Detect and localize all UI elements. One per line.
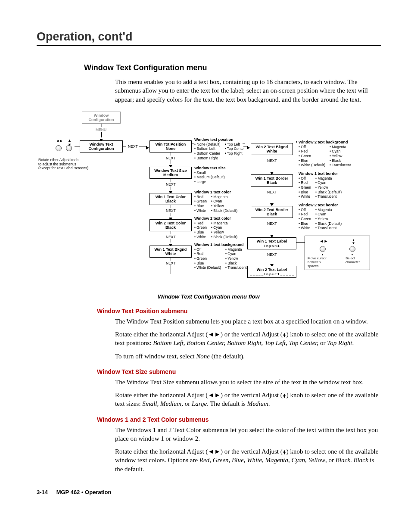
- box-win2-text-bkgnd: Win 2 Text BkgndWhite: [251, 143, 293, 156]
- horiz-arrow-icon: ◄►: [208, 392, 221, 398]
- box-win2-text-label: Win 2 Text Label_ _ _ _ _ I n p u t 1 _ …: [247, 266, 296, 278]
- body-text: The Window Text Size submenu allows you …: [115, 378, 381, 386]
- horiz-arrow-icon: ◄►: [320, 239, 328, 245]
- adjust-knob-icon: [56, 145, 62, 151]
- body-text: To turn off window text, select None (th…: [115, 352, 381, 361]
- menu-flow-diagram: Window Configuration MENU ◄► ▲▼ Rotate e…: [37, 112, 381, 284]
- adjust-knob-icon: [320, 246, 326, 252]
- box-win1-text-color: Win 1 Text ColorBlack: [149, 193, 192, 205]
- box-win1-text-border: Win 1 Text BorderBlack: [251, 174, 293, 187]
- opt-head-position: Window text position: [194, 137, 233, 142]
- box-win2-text-border: Win 2 Text BorderBlack: [251, 206, 293, 218]
- footer-title: MGP 462 • Operation: [56, 489, 112, 495]
- opt-head-bd1: Window 1 text border: [299, 171, 338, 176]
- vert-arrow-icon: ▲▼: [283, 333, 286, 337]
- figure-caption: Window Text Configuration menu flow: [37, 293, 381, 300]
- page-number: 3-14: [37, 489, 48, 495]
- body-text: Rotate either the horizontal Adjust (◄►)…: [115, 447, 381, 473]
- horiz-arrow-icon: ◄►: [56, 139, 63, 143]
- horiz-arrow-icon: ◄►: [208, 331, 221, 338]
- subsection-heading: Window Text Size submenu: [97, 368, 381, 375]
- opt-head-c2: Window 2 text color: [194, 216, 231, 221]
- box-win1-text-label: Win 1 Text Label_ _ _ _ _ I n p u t 1 _ …: [247, 237, 296, 250]
- box-window-configuration: Window Configuration: [82, 112, 121, 124]
- horiz-arrow-icon: ◄►: [208, 448, 221, 455]
- opt-head-bd2: Window 2 text border: [299, 203, 338, 207]
- opt-head-bg1: Window 1 text background: [194, 243, 243, 247]
- box-win1-text-bkgnd: Win 1 Text BkgndWhite: [149, 246, 192, 258]
- vert-arrow-icon: ▲▼: [352, 239, 355, 245]
- subsection-heading: Window Text Position submenu: [97, 308, 381, 314]
- body-text: Rotate either the horizontal Adjust (◄►)…: [115, 391, 381, 408]
- label-next: NEXT: [128, 144, 138, 149]
- section-heading: Window Text Configuration menu: [84, 63, 381, 72]
- opt-head-size: Window text size: [194, 166, 225, 170]
- page-footer: 3-14 MGP 462 • Operation: [37, 489, 381, 495]
- page-title: Operation, cont'd: [37, 30, 381, 44]
- box-win-txt-position: Win Txt PositionNone: [149, 140, 192, 153]
- box-window-text-configuration: Window Text Configuration: [80, 140, 123, 153]
- adjust-knob-icon: [66, 145, 72, 151]
- subsection-heading: Windows 1 and 2 Text Color submenus: [97, 416, 381, 423]
- label-menu: MENU: [96, 128, 106, 132]
- body-text: The Windows 1 and 2 Text Color submenus …: [115, 426, 381, 443]
- box-window-text-size: Window Text SizeMedium: [149, 167, 192, 179]
- adjust-knob-icon: [349, 246, 355, 252]
- title-rule: [37, 45, 381, 46]
- vert-arrow-icon: ▲▼: [283, 394, 286, 398]
- knob-note: Rotate ether Adjust knob to adjust the s…: [38, 158, 112, 171]
- intro-paragraph: This menu enables you to add a text box,…: [115, 78, 381, 104]
- box-knob-instructions: ◄► ▲▼ ▼▼ Move cursor between spaces. Sel…: [305, 236, 370, 270]
- vert-arrow-icon: ▲▼: [283, 450, 286, 454]
- opt-head-c1: Window 1 text color: [194, 190, 231, 194]
- body-text: Rotate either the horizontal Adjust (◄►)…: [115, 330, 381, 348]
- body-text: The Window Text Position submenu lets yo…: [115, 317, 381, 326]
- box-win2-text-color: Win 2 Text ColorBlack: [149, 219, 192, 232]
- opt-head-bg2: Window 2 text background: [299, 140, 348, 144]
